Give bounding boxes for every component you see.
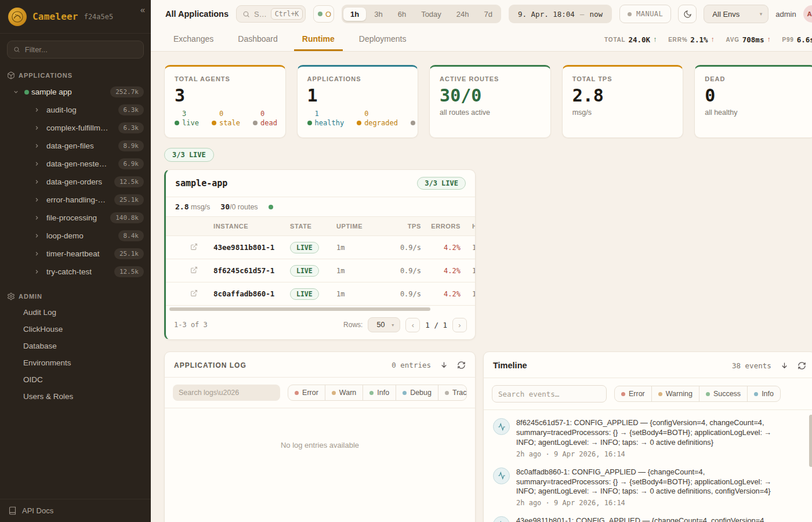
- next-page-button[interactable]: ›: [452, 318, 467, 332]
- sidebar-item-try-catch-test[interactable]: try-catch-test12.5k: [0, 263, 151, 281]
- prev-page-button[interactable]: ‹: [405, 318, 420, 332]
- chevron-right-icon[interactable]: [34, 143, 43, 149]
- chevron-right-icon[interactable]: [34, 197, 43, 203]
- sidebar-item-loop-demo[interactable]: loop-demo8.4k: [0, 227, 151, 245]
- tree-item-label: data-gen-neste…: [46, 160, 107, 168]
- log-search-input[interactable]: [173, 385, 280, 401]
- sidebar-item-complex-fulfillment[interactable]: complex-fulfillm…6.3k: [0, 119, 151, 137]
- stat-value: 2.1%: [690, 35, 708, 44]
- time-range-segmented-control: 1h 3h 6h Today 24h 7d: [342, 5, 501, 23]
- timeline-event[interactable]: 8c0affadb860-1: CONFIG_APPLIED — {change…: [493, 467, 803, 507]
- page-title: All Applications: [165, 9, 229, 19]
- stat-label: TOTAL: [604, 37, 625, 43]
- external-link-icon[interactable]: [190, 266, 213, 276]
- sidebar-item-audit-log-admin[interactable]: Audit Log: [0, 304, 151, 321]
- table-row[interactable]: 8f6245c61d57-1 LIVE 1m 0.9/s 4.2% 1: [166, 259, 475, 282]
- sidebar-item-database[interactable]: Database: [0, 338, 151, 354]
- chevron-down-icon[interactable]: [13, 89, 22, 95]
- timeline-event[interactable]: 43ee9811b801-1: CONFIG_APPLIED — {change…: [493, 516, 803, 522]
- chevron-right-icon[interactable]: [34, 125, 43, 131]
- chevron-right-icon[interactable]: [34, 269, 43, 275]
- theme-toggle-button[interactable]: [678, 5, 697, 23]
- sidebar-item-error-handling[interactable]: error-handling-…25.1k: [0, 191, 151, 209]
- sidebar-item-users-roles[interactable]: Users & Roles: [0, 388, 151, 405]
- rows-per-page-select[interactable]: 50▾: [368, 317, 400, 332]
- environment-select[interactable]: All Envs ▾: [704, 5, 768, 23]
- chevron-right-icon[interactable]: [34, 233, 43, 239]
- chevron-right-icon[interactable]: [34, 215, 43, 221]
- connection-status-pill[interactable]: O: [313, 5, 334, 23]
- filter-chip-info[interactable]: Info: [747, 386, 780, 401]
- api-docs-link[interactable]: API Docs: [0, 499, 151, 522]
- card-subtitle: msg/s: [572, 108, 673, 117]
- time-range-24h[interactable]: 24h: [449, 8, 476, 21]
- substat-stale: 0stale: [212, 110, 240, 128]
- amber-dot: [357, 121, 361, 125]
- chevron-right-icon[interactable]: [34, 179, 43, 185]
- tab-deployments[interactable]: Deployments: [351, 28, 415, 51]
- sidebar-item-oidc[interactable]: OIDC: [0, 371, 151, 388]
- sidebar-item-environments[interactable]: Environments: [0, 354, 151, 371]
- timeline-events-list[interactable]: 8f6245c61d57-1: CONFIG_APPLIED — {config…: [484, 410, 812, 522]
- time-range-3h[interactable]: 3h: [367, 8, 389, 21]
- substat-critical: 0criti: [411, 110, 418, 128]
- sidebar-item-sample-app[interactable]: sample app 252.7k: [0, 83, 151, 101]
- table-row[interactable]: 43ee9811b801-1 LIVE 1m 0.9/s 4.2% 1: [166, 236, 475, 259]
- filter-chip-error[interactable]: Error: [288, 385, 325, 400]
- time-range-today[interactable]: Today: [414, 8, 448, 21]
- timeline-scrollbar[interactable]: [809, 415, 812, 467]
- global-search-button[interactable]: S… Ctrl+K: [236, 5, 306, 23]
- activity-pulse-icon: [493, 467, 510, 484]
- stat-total: TOTAL24.0K↑: [604, 35, 657, 44]
- time-range-6h[interactable]: 6h: [391, 8, 413, 21]
- refresh-icon[interactable]: [457, 361, 466, 369]
- sidebar-item-clickhouse[interactable]: ClickHouse: [0, 321, 151, 338]
- horizontal-scrollbar[interactable]: [169, 307, 472, 311]
- time-range-1h[interactable]: 1h: [343, 8, 366, 21]
- sidebar-item-data-gen-files[interactable]: data-gen-files8.9k: [0, 137, 151, 155]
- filter-chip-success[interactable]: Success: [699, 386, 747, 401]
- filter-chip-error[interactable]: Error: [615, 386, 651, 401]
- sidebar-item-audit-log[interactable]: audit-log6.3k: [0, 101, 151, 119]
- download-icon[interactable]: [780, 361, 789, 370]
- tab-dashboard[interactable]: Dashboard: [230, 28, 286, 51]
- timeline-search-input[interactable]: [492, 385, 607, 403]
- chevron-right-icon[interactable]: [34, 251, 43, 257]
- sidebar-item-file-processing[interactable]: file-processing140.8k: [0, 209, 151, 227]
- chevron-right-icon[interactable]: [34, 161, 43, 167]
- external-link-icon[interactable]: [190, 289, 213, 299]
- card-value: 2.8: [572, 86, 673, 105]
- manual-refresh-toggle[interactable]: MANUAL: [619, 5, 671, 23]
- date-range-display[interactable]: 9. Apr. 18:04 – now: [509, 5, 612, 23]
- filter-chip-info[interactable]: Info: [362, 385, 396, 400]
- tab-runtime[interactable]: Runtime: [294, 28, 343, 51]
- refresh-icon[interactable]: [798, 361, 806, 370]
- sample-app-card: sample-app 3/3 LIVE 2.8 msg/s 30/0 route…: [164, 169, 476, 340]
- avatar[interactable]: AD: [803, 5, 812, 23]
- uptime-cell: 1m: [336, 290, 377, 298]
- filter-input[interactable]: [25, 45, 137, 54]
- state-badge: LIVE: [290, 265, 319, 277]
- external-link-icon[interactable]: [190, 242, 213, 253]
- timeline-event[interactable]: 8f6245c61d57-1: CONFIG_APPLIED — {config…: [493, 418, 803, 458]
- row-range-label: 1-3 of 3: [174, 321, 208, 329]
- time-range-7d[interactable]: 7d: [477, 8, 499, 21]
- stat-label: P99: [782, 37, 793, 43]
- uptime-cell: 1m: [336, 244, 377, 252]
- live-overview-chip[interactable]: 3/3 LIVE: [164, 148, 214, 162]
- filter-chip-warning[interactable]: Warning: [651, 386, 699, 401]
- filter-chip-warn[interactable]: Warn: [325, 385, 362, 400]
- tab-exchanges[interactable]: Exchanges: [165, 28, 222, 51]
- sidebar-item-data-gen-nested[interactable]: data-gen-neste…6.9k: [0, 155, 151, 173]
- sidebar-item-timer-heartbeat[interactable]: timer-heartbeat25.1k: [0, 245, 151, 263]
- instance-table: INSTANCE STATE UPTIME TPS ERRORS H 43ee9…: [166, 217, 475, 306]
- download-icon[interactable]: [440, 361, 448, 369]
- table-row[interactable]: 8c0affadb860-1 LIVE 1m 0.9/s 4.2% 1: [166, 282, 475, 306]
- chevron-right-icon[interactable]: [34, 107, 43, 113]
- sidebar-collapse-icon[interactable]: «: [140, 5, 145, 14]
- sidebar-item-data-gen-orders[interactable]: data-gen-orders12.5k: [0, 173, 151, 191]
- card-value: 1: [307, 86, 408, 105]
- build-version: f24a5e5: [84, 13, 114, 21]
- filter-chip-debug[interactable]: Debug: [396, 385, 438, 400]
- filter-chip-trace[interactable]: Trace: [438, 385, 467, 400]
